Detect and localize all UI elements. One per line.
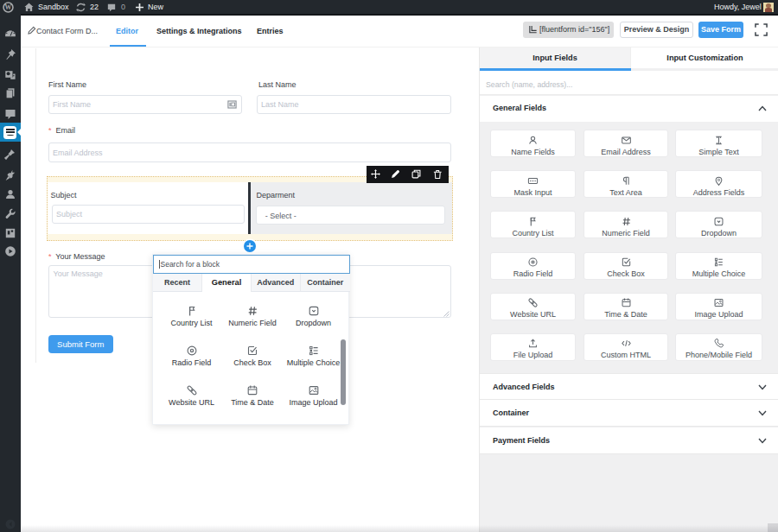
svg-text:W: W [5, 3, 12, 11]
